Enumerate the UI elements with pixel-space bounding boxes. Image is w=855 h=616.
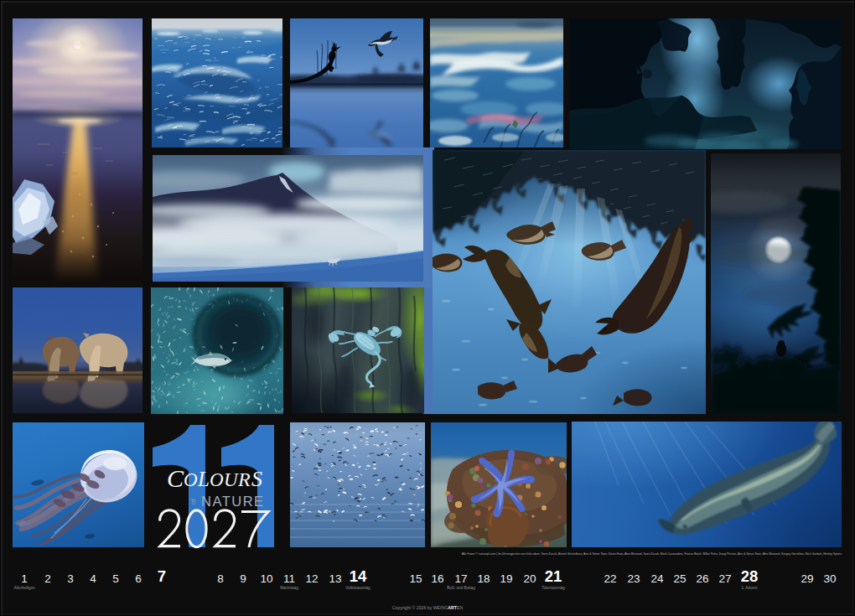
svg-text:C: C [167,464,184,492]
svg-text:L: L [197,468,210,490]
svg-text:O: O [184,469,198,490]
svg-text:R: R [237,468,251,490]
svg-text:O: O [210,469,224,490]
svg-text:U: U [224,469,239,490]
svg-text:S: S [251,467,262,491]
svg-text:NATURE: NATURE [201,494,265,509]
svg-text:of: of [189,499,197,505]
